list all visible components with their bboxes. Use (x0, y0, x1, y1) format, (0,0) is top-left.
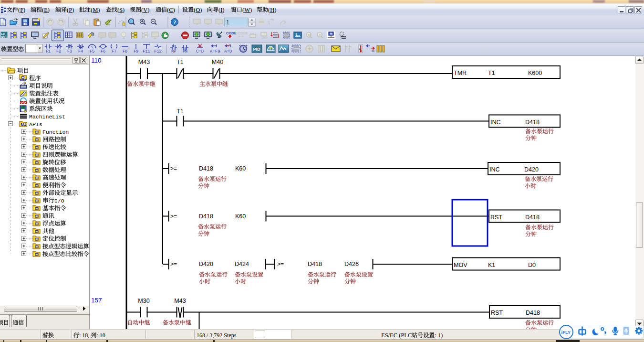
svg-text:MachineList: MachineList (29, 114, 65, 120)
svg-text:F1: F1 (46, 49, 51, 54)
svg-text:PN: PN (183, 49, 187, 54)
svg-text:M: M (93, 7, 98, 13)
svg-text:F11: F11 (143, 49, 150, 54)
svg-text:M43: M43 (138, 59, 150, 65)
svg-text:>=: >= (170, 165, 177, 172)
svg-text:F6: F6 (101, 49, 105, 54)
svg-text:ES/EC (PLC: ES/EC (PLC (381, 332, 412, 339)
svg-text:M30: M30 (138, 298, 149, 304)
svg-text:157: 157 (91, 297, 102, 304)
svg-text:S: S (91, 45, 93, 49)
svg-text:RST: RST (491, 310, 503, 316)
svg-text:PID: PID (253, 47, 261, 52)
svg-text:RST: RST (490, 214, 502, 221)
svg-text:D418: D418 (308, 261, 322, 267)
svg-text:K60: K60 (235, 165, 246, 172)
svg-text:APIs: APIs (29, 121, 42, 128)
svg-text:H: H (270, 7, 274, 13)
svg-text:D418: D418 (525, 214, 540, 221)
svg-text:K60: K60 (235, 213, 246, 220)
svg-text:D420: D420 (199, 261, 213, 267)
svg-text:API: API (21, 123, 27, 126)
svg-text:T1: T1 (177, 59, 184, 65)
svg-text:INC: INC (489, 166, 500, 173)
svg-text:F5: F5 (90, 49, 94, 54)
svg-text:K1: K1 (488, 262, 495, 268)
svg-text:): ) (123, 7, 125, 13)
svg-text:T1: T1 (177, 108, 184, 115)
svg-text:>=: >= (170, 213, 177, 220)
svg-text:NP: NP (171, 49, 176, 54)
svg-text:): ) (274, 7, 276, 13)
svg-text:D418: D418 (199, 213, 213, 220)
svg-text:P: P (319, 33, 322, 37)
svg-text:): ) (200, 7, 202, 13)
svg-text:F2: F2 (56, 49, 61, 54)
svg-text:): ) (72, 7, 74, 13)
svg-text:: 10: : 10 (96, 332, 105, 339)
svg-text:): ) (222, 7, 224, 13)
svg-text:>=: >= (277, 261, 284, 267)
svg-text:D418: D418 (526, 310, 540, 316)
svg-text:?: ? (173, 19, 176, 26)
svg-text:D426: D426 (344, 261, 359, 267)
svg-text:A+F9: A+F9 (210, 49, 220, 54)
svg-text:): ) (48, 7, 50, 13)
svg-text:I/O: I/O (54, 198, 64, 204)
svg-text:M43: M43 (174, 298, 186, 304)
svg-text:K600: K600 (528, 70, 542, 76)
svg-text:M: M (308, 33, 311, 37)
svg-text:): ) (173, 7, 175, 13)
svg-text:1: 1 (226, 19, 229, 26)
svg-text:F3: F3 (67, 49, 72, 54)
svg-text:M40: M40 (212, 59, 223, 65)
svg-text:: 18,: : 18, (79, 332, 89, 339)
svg-text:110: 110 (91, 57, 102, 64)
svg-text:A+D: A+D (224, 49, 232, 54)
svg-text:F9: F9 (134, 49, 138, 54)
svg-text:D418: D418 (199, 165, 213, 172)
svg-text:): ) (250, 7, 252, 13)
svg-text:Function: Function (42, 129, 69, 135)
svg-text:168 / 3,792 Steps: 168 / 3,792 Steps (197, 332, 237, 339)
svg-text:INC: INC (490, 119, 501, 126)
svg-text:MOV: MOV (454, 262, 467, 268)
svg-text:): ) (23, 7, 25, 13)
svg-text:D0: D0 (528, 262, 536, 268)
svg-text:): ) (98, 7, 100, 13)
svg-text:D418: D418 (525, 119, 540, 126)
svg-text:: 1): : 1) (435, 332, 443, 339)
svg-text:D424: D424 (235, 261, 249, 267)
svg-text:F7: F7 (112, 49, 116, 54)
svg-text:CODE: CODE (226, 31, 237, 35)
svg-text:iFLY: iFLY (561, 330, 571, 335)
svg-text:O: O (196, 7, 200, 13)
svg-text:C+D: C+D (196, 49, 204, 54)
svg-text:F4: F4 (78, 49, 83, 54)
svg-text:C: C (169, 7, 173, 13)
svg-text:D420: D420 (524, 166, 539, 173)
svg-text:OIOI: OIOI (261, 36, 268, 39)
svg-text:F12: F12 (154, 49, 161, 54)
svg-text:): ) (147, 7, 149, 13)
svg-text:CODE: CODE (238, 31, 248, 35)
svg-text:V: V (143, 7, 147, 13)
svg-text:TMR: TMR (454, 70, 467, 76)
svg-text:F8: F8 (123, 49, 127, 54)
svg-text:W: W (244, 7, 250, 13)
svg-text:OUT: OUT (1, 35, 7, 38)
svg-text:T1: T1 (488, 70, 495, 76)
svg-text:>=: >= (170, 261, 177, 267)
